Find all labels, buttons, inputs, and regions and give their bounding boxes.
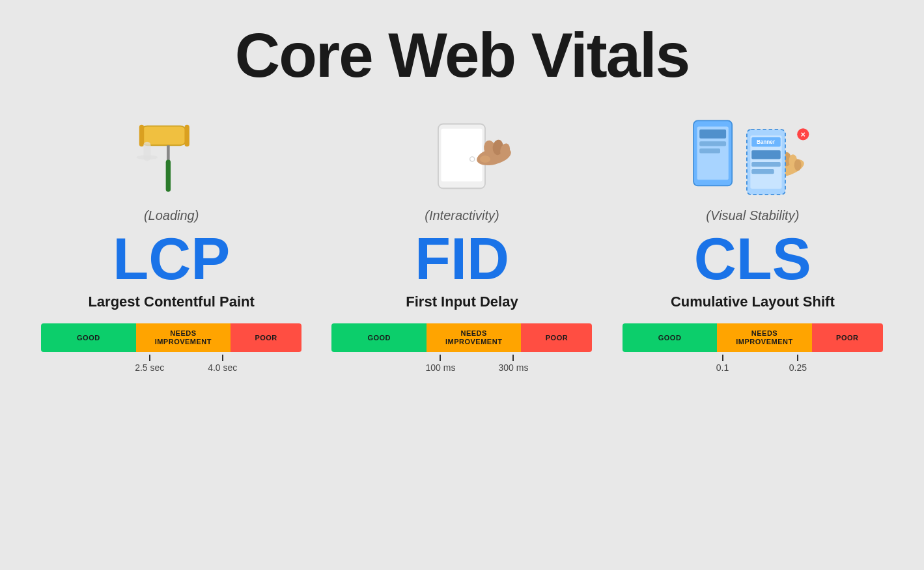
lcp-icon [132, 111, 210, 202]
svg-rect-2 [185, 125, 189, 146]
lcp-subtitle: (Loading) [144, 208, 199, 223]
lcp-bar: GOOD NEEDSIMPROVEMENT POOR [41, 323, 301, 352]
fid-bar-container: GOOD NEEDSIMPROVEMENT POOR 100 ms 300 ms [331, 323, 592, 374]
svg-point-25 [794, 159, 801, 171]
svg-rect-32 [751, 150, 781, 159]
page-title: Core Web Vitals [235, 20, 689, 91]
cls-acronym: CLS [694, 230, 811, 288]
cls-bar-poor: POOR [812, 323, 883, 352]
lcp-bar-good: GOOD [41, 323, 135, 352]
vitals-grid: (Loading) LCP Largest Contentful Paint G… [26, 111, 898, 374]
svg-rect-34 [751, 169, 774, 174]
cls-tick-2: 0.25 [789, 355, 807, 373]
svg-rect-19 [699, 141, 726, 146]
fid-tick-2: 300 ms [498, 355, 528, 373]
lcp-bar-poor: POOR [231, 323, 301, 352]
cls-bar-good: GOOD [623, 323, 717, 352]
vital-card-cls: Banner × (Visual Stability) CLS Cumulati… [622, 111, 884, 374]
cls-subtitle: (Visual Stability) [706, 208, 799, 223]
vital-card-fid: (Interactivity) FID First Input Delay GO… [331, 111, 593, 374]
fid-acronym: FID [415, 230, 509, 288]
cls-bar-container: GOOD NEEDSIMPROVEMENT POOR 0.1 0.25 [623, 323, 883, 374]
fid-tick-1: 100 ms [425, 355, 455, 373]
lcp-bar-container: GOOD NEEDSIMPROVEMENT POOR 2.5 sec 4.0 s… [41, 323, 301, 374]
fid-bar-poor: POOR [521, 323, 592, 352]
svg-point-6 [136, 155, 158, 159]
fid-icon [403, 111, 520, 202]
lcp-bar-needs: NEEDSIMPROVEMENT [136, 323, 231, 352]
cls-bar-needs: NEEDSIMPROVEMENT [717, 323, 811, 352]
fid-bar-good: GOOD [331, 323, 426, 352]
lcp-acronym: LCP [113, 230, 230, 288]
lcp-ticks: 2.5 sec 4.0 sec [41, 355, 301, 374]
cls-name: Cumulative Layout Shift [671, 293, 835, 310]
cls-tick-1: 0.1 [716, 355, 729, 373]
cls-ticks: 0.1 0.25 [623, 355, 883, 374]
fid-name: First Input Delay [406, 293, 518, 310]
fid-bar-needs: NEEDSIMPROVEMENT [427, 323, 521, 352]
lcp-name: Largest Contentful Paint [88, 293, 254, 310]
svg-text:×: × [800, 129, 805, 139]
fid-bar: GOOD NEEDSIMPROVEMENT POOR [331, 323, 592, 352]
svg-rect-9 [443, 131, 481, 179]
svg-rect-18 [699, 129, 726, 139]
lcp-tick-2: 4.0 sec [208, 355, 237, 373]
vital-card-lcp: (Loading) LCP Largest Contentful Paint G… [40, 111, 302, 374]
lcp-tick-1: 2.5 sec [135, 355, 164, 373]
fid-subtitle: (Interactivity) [425, 208, 499, 223]
svg-rect-33 [751, 162, 781, 167]
cls-icon: Banner × [688, 111, 818, 202]
cls-bar: GOOD NEEDSIMPROVEMENT POOR [623, 323, 883, 352]
svg-text:Banner: Banner [757, 139, 776, 145]
svg-rect-1 [139, 125, 144, 146]
svg-point-14 [480, 156, 490, 163]
svg-rect-20 [699, 148, 720, 153]
fid-ticks: 100 ms 300 ms [331, 355, 592, 374]
